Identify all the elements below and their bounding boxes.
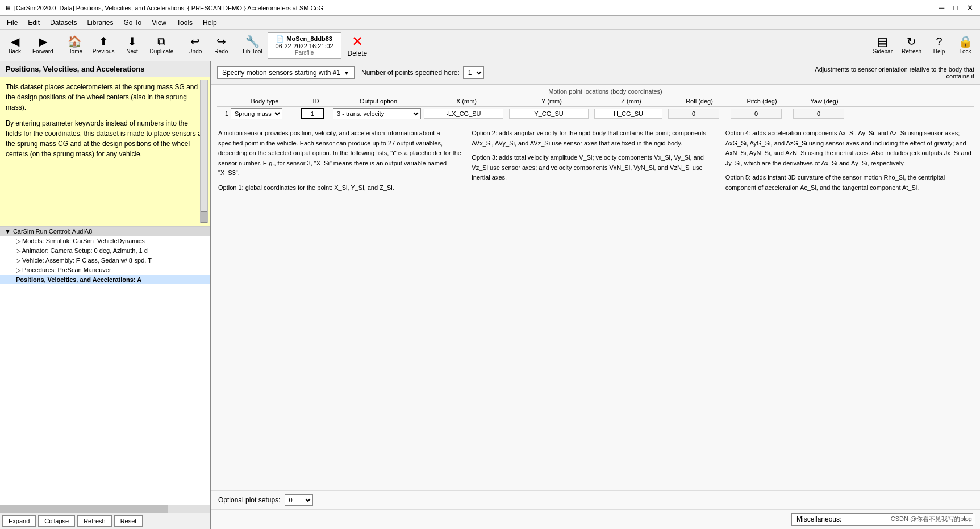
maximize-button[interactable]: □ <box>951 3 960 12</box>
tree-item-positions[interactable]: Positions, Velocities, and Accelerations… <box>0 275 210 284</box>
undo-button[interactable]: ↩ Undo <box>182 31 207 60</box>
back-icon: ◀ <box>11 36 19 47</box>
expand-button[interactable]: Expand <box>2 515 36 527</box>
pitch-cell[interactable] <box>731 109 793 119</box>
help-icon: ? <box>936 36 942 47</box>
tree-collapse-icon[interactable]: ▼ <box>5 228 11 235</box>
desc-text-2b: Option 3: adds total velocity amplitude … <box>472 153 719 183</box>
tree-item-vehicle[interactable]: ▷ Vehicle: Assembly: F-Class, Sedan w/ 8… <box>0 256 210 265</box>
z-input[interactable] <box>594 109 662 119</box>
tree-expand-icon-4: ▷ <box>16 266 22 273</box>
output-option-cell[interactable]: 3 - trans. velocity <box>333 108 424 119</box>
x-input[interactable] <box>424 109 503 119</box>
y-input[interactable] <box>509 109 589 119</box>
next-button[interactable]: ⬇ Next <box>120 31 145 60</box>
home-button[interactable]: 🏠 Home <box>62 31 87 60</box>
menu-file[interactable]: File <box>2 18 22 28</box>
misc-dropdown[interactable]: Miscellaneous: ▼ <box>791 513 973 526</box>
separator-1 <box>60 34 60 57</box>
refresh-icon: ↻ <box>907 36 916 47</box>
description-columns: A motion sensor provides position, veloc… <box>211 123 980 490</box>
duplicate-button[interactable]: ⧉ Duplicate <box>146 31 178 60</box>
tree-item-procedures[interactable]: ▷ Procedures: PreScan Maneuver <box>0 265 210 275</box>
z-cell[interactable] <box>594 109 668 119</box>
home-label: Home <box>67 48 82 55</box>
col-y-mm: Y (mm) <box>509 97 594 105</box>
num-points-select[interactable]: 1234 <box>463 66 484 79</box>
previous-label: Previous <box>93 48 115 55</box>
sensor-dropdown[interactable]: Specify motion sensors starting with #1 … <box>217 66 355 79</box>
desc-col-2: Option 2: adds angular velocity for the … <box>472 128 719 485</box>
parsfile-icon: 📄 <box>276 35 284 43</box>
lock-button[interactable]: 🔒 Lock <box>953 31 978 60</box>
menu-datasets[interactable]: Datasets <box>45 18 81 28</box>
desc-col-3: Option 4: adds acceleration components A… <box>725 128 973 485</box>
parsfile-area[interactable]: 📄 MoSen_8ddb83 06-22-2022 16:21:02 Parsf… <box>268 32 341 59</box>
app-icon: 🖥 <box>5 5 11 11</box>
menu-help[interactable]: Help <box>198 18 222 28</box>
forward-label: Forward <box>32 48 53 55</box>
yaw-cell[interactable] <box>793 109 856 119</box>
body-type-cell[interactable]: Sprung mass <box>231 108 299 119</box>
body-type-select[interactable]: Sprung mass <box>231 108 282 119</box>
previous-icon: ⬆ <box>99 36 109 47</box>
close-button[interactable]: ✕ <box>965 3 975 12</box>
menu-libraries[interactable]: Libraries <box>82 18 118 28</box>
minimize-button[interactable]: ─ <box>937 3 946 12</box>
tree-item-animator[interactable]: ▷ Animator: Camera Setup: 0 deg, Azimuth… <box>0 246 210 256</box>
separator-2 <box>180 34 180 57</box>
roll-cell[interactable] <box>668 109 731 119</box>
motion-point-label: Motion point locations (body coordinates… <box>424 88 787 95</box>
help-label: Help <box>933 48 945 55</box>
delete-button[interactable]: ✕ Delete <box>343 31 373 60</box>
menu-view[interactable]: View <box>147 18 171 28</box>
refresh-button[interactable]: ↻ Refresh <box>898 31 925 60</box>
optional-plot-select[interactable]: 012 <box>285 494 313 506</box>
col-empty <box>217 97 231 105</box>
sidebar-button[interactable]: ▤ Sidebar <box>869 31 896 60</box>
parsfile-name: MoSen_8ddb83 <box>286 35 332 42</box>
parsfile-label: Parsfile <box>295 49 314 56</box>
menu-goto[interactable]: Go To <box>119 18 146 28</box>
previous-button[interactable]: ⬆ Previous <box>89 31 119 60</box>
forward-icon: ▶ <box>39 36 47 47</box>
back-button[interactable]: ◀ Back <box>2 31 27 60</box>
col-pitch-deg: Pitch (deg) <box>731 97 793 105</box>
undo-icon: ↩ <box>190 36 200 47</box>
id-input[interactable] <box>301 108 324 119</box>
help-button[interactable]: ? Help <box>927 31 952 60</box>
yaw-input[interactable] <box>793 109 844 119</box>
forward-button[interactable]: ▶ Forward <box>28 31 57 60</box>
title-bar: 🖥 [CarSim2020.0_Data] Positions, Velocit… <box>0 0 980 16</box>
parsfile-date: 06-22-2022 16:21:02 <box>276 43 333 49</box>
page-title: Positions, Velocities, and Accelerations <box>0 61 210 77</box>
description-text: This dataset places accelerometers at th… <box>6 82 205 113</box>
window-controls[interactable]: ─ □ ✕ <box>937 3 975 12</box>
redo-button[interactable]: ↪ Redo <box>208 31 233 60</box>
libtool-label: Lib Tool <box>243 48 262 55</box>
column-headers: Body type ID Output option X (mm) Y (mm)… <box>217 96 974 107</box>
lock-label: Lock <box>959 48 971 55</box>
col-roll-deg: Roll (deg) <box>668 97 731 105</box>
col-x-mm: X (mm) <box>424 97 509 105</box>
id-cell[interactable] <box>299 108 333 119</box>
menu-edit[interactable]: Edit <box>23 18 44 28</box>
pitch-input[interactable] <box>731 109 782 119</box>
redo-icon: ↪ <box>216 36 226 47</box>
reset-button[interactable]: Reset <box>114 515 143 527</box>
desc-text-2: Option 2: adds angular velocity for the … <box>472 128 719 148</box>
scroll-indicator[interactable] <box>200 80 208 223</box>
collapse-button[interactable]: Collapse <box>38 515 75 527</box>
roll-input[interactable] <box>668 109 719 119</box>
y-cell[interactable] <box>509 109 594 119</box>
x-cell[interactable] <box>424 109 509 119</box>
menu-tools[interactable]: Tools <box>172 18 197 28</box>
adj-orientation-label: Adjustments to sensor orientation relati… <box>804 66 974 80</box>
output-option-select[interactable]: 3 - trans. velocity <box>333 108 421 119</box>
desc-text-1b: Option 1: global coordinates for the poi… <box>218 183 466 193</box>
tree-refresh-button[interactable]: Refresh <box>77 515 112 527</box>
optional-plot-label: Optional plot setups: <box>218 496 280 504</box>
optional-plot-area: Optional plot setups: 012 <box>211 490 980 509</box>
tree-item-models[interactable]: ▷ Models: Simulink: CarSim_VehicleDynami… <box>0 236 210 246</box>
libtool-button[interactable]: 🔧 Lib Tool <box>239 31 266 60</box>
